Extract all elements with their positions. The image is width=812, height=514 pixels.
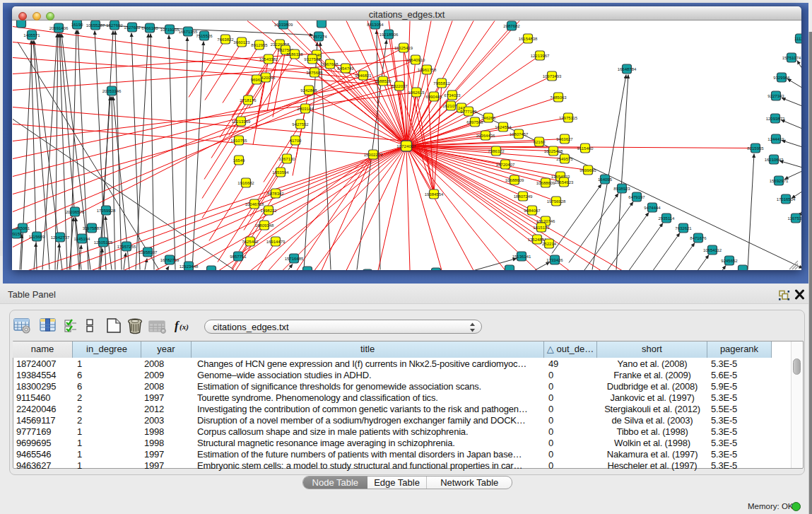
svg-text:1115689: 1115689 — [29, 235, 45, 239]
svg-text:10654112: 10654112 — [703, 248, 722, 252]
svg-text:9327502: 9327502 — [304, 57, 321, 62]
svg-text:1588520: 1588520 — [375, 79, 392, 83]
svg-text:9227343: 9227343 — [767, 94, 784, 98]
svg-text:20206576: 20206576 — [66, 210, 85, 214]
svg-text:7515526: 7515526 — [196, 34, 213, 38]
svg-text:12923448: 12923448 — [180, 264, 199, 269]
svg-text:10807457: 10807457 — [510, 132, 529, 136]
svg-text:9463627: 9463627 — [556, 137, 573, 141]
svg-text:2549575: 2549575 — [556, 157, 573, 161]
svg-text:1362615: 1362615 — [408, 90, 425, 95]
svg-text:16033809: 16033809 — [274, 23, 293, 27]
svg-text:1498222: 1498222 — [260, 209, 277, 213]
svg-text:19384554: 19384554 — [425, 192, 444, 197]
svg-text:7857274: 7857274 — [310, 35, 327, 39]
svg-text:3267130: 3267130 — [278, 157, 295, 161]
svg-text:16549: 16549 — [233, 158, 245, 163]
svg-text:16782759: 16782759 — [160, 258, 180, 262]
svg-text:12213967: 12213967 — [531, 54, 550, 58]
svg-text:6990445: 6990445 — [425, 95, 442, 99]
svg-text:8813054: 8813054 — [367, 23, 384, 27]
svg-text:15692971: 15692971 — [770, 179, 789, 183]
svg-text:7955812: 7955812 — [433, 81, 450, 86]
svg-text:41700: 41700 — [290, 139, 302, 143]
svg-text:17016504: 17016504 — [777, 197, 796, 201]
svg-text:62160: 62160 — [534, 140, 546, 144]
svg-text:9857791: 9857791 — [230, 255, 247, 259]
svg-text:9245652: 9245652 — [721, 259, 738, 263]
svg-text:10688609: 10688609 — [505, 178, 524, 182]
svg-text:15716485: 15716485 — [285, 257, 304, 261]
svg-text:10655287: 10655287 — [86, 23, 105, 28]
svg-text:7386322: 7386322 — [488, 149, 505, 153]
svg-text:2935114: 2935114 — [659, 216, 676, 221]
svg-text:16210643: 16210643 — [765, 158, 784, 162]
svg-text:7632621: 7632621 — [675, 226, 692, 230]
svg-text:9777169: 9777169 — [460, 110, 477, 114]
svg-text:7663822: 7663822 — [217, 37, 234, 42]
svg-text:10046718: 10046718 — [245, 202, 264, 206]
svg-text:6479197: 6479197 — [628, 195, 645, 199]
svg-text:1916682: 1916682 — [237, 181, 254, 185]
svg-text:10958107: 10958107 — [139, 250, 158, 255]
svg-text:2718176: 2718176 — [240, 98, 257, 103]
svg-text:6734023: 6734023 — [444, 93, 461, 98]
svg-text:9699695: 9699695 — [579, 168, 596, 173]
svg-text:8215955: 8215955 — [747, 146, 764, 151]
svg-text:15302273: 15302273 — [364, 153, 383, 157]
svg-text:1733426: 1733426 — [546, 258, 563, 262]
svg-text:16914479: 16914479 — [266, 240, 286, 244]
svg-text:1353594: 1353594 — [272, 170, 289, 175]
svg-text:10688609: 10688609 — [536, 181, 555, 185]
svg-text:164095: 164095 — [598, 177, 613, 182]
svg-text:8322037: 8322037 — [391, 84, 408, 88]
svg-text:1010755: 1010755 — [230, 139, 247, 143]
svg-text:9329966: 9329966 — [773, 76, 790, 80]
svg-text:16640910: 16640910 — [406, 58, 425, 62]
svg-text:12213369: 12213369 — [232, 119, 251, 124]
svg-text:10719155: 10719155 — [160, 28, 180, 32]
svg-text:7625402: 7625402 — [242, 240, 259, 244]
svg-text:1527602: 1527602 — [124, 25, 141, 30]
svg-text:1167533: 1167533 — [788, 216, 801, 221]
svg-text:16154838: 16154838 — [519, 37, 538, 41]
svg-text:20691406: 20691406 — [49, 26, 69, 30]
svg-text:20053346: 20053346 — [102, 89, 122, 93]
svg-text:2967608: 2967608 — [322, 62, 339, 66]
svg-text:9474444: 9474444 — [644, 206, 661, 210]
svg-text:3660123: 3660123 — [233, 40, 250, 45]
svg-text:252214: 252214 — [542, 242, 557, 246]
svg-text:1615132: 1615132 — [533, 226, 550, 230]
svg-text:20364436: 20364436 — [476, 134, 495, 138]
svg-text:8878342: 8878342 — [267, 192, 284, 196]
svg-text:1405571: 1405571 — [23, 33, 40, 37]
svg-text:9115460: 9115460 — [577, 146, 594, 151]
svg-text:1624554: 1624554 — [495, 125, 512, 129]
svg-text:11123: 11123 — [794, 37, 801, 41]
svg-text:2087682: 2087682 — [503, 24, 520, 28]
svg-text:(x): (x) — [180, 322, 189, 332]
svg-text:16671355: 16671355 — [179, 30, 198, 34]
svg-text:746266: 746266 — [481, 116, 496, 120]
svg-text:8471676: 8471676 — [690, 236, 707, 240]
svg-text:9427552: 9427552 — [292, 122, 309, 127]
svg-text:8938923: 8938923 — [613, 187, 630, 191]
svg-text:12942737: 12942737 — [51, 235, 70, 240]
svg-text:19654923: 19654923 — [555, 180, 574, 185]
svg-text:15136141: 15136141 — [512, 255, 531, 259]
svg-text:10961758: 10961758 — [418, 68, 437, 72]
svg-text:15720407: 15720407 — [496, 163, 515, 167]
svg-text:9446821: 9446821 — [355, 74, 372, 78]
svg-text:96961: 96961 — [251, 78, 263, 82]
svg-text:10025438: 10025438 — [544, 149, 563, 153]
svg-text:30975887: 30975887 — [83, 226, 102, 230]
svg-text:18807249: 18807249 — [514, 194, 533, 199]
svg-text:10543382: 10543382 — [259, 57, 278, 62]
svg-text:16809348: 16809348 — [255, 223, 274, 228]
svg-text:3875685: 3875685 — [306, 71, 323, 75]
svg-text:8454749: 8454749 — [337, 66, 354, 71]
svg-text:1244419: 1244419 — [767, 137, 784, 141]
svg-text:8912955: 8912955 — [251, 43, 268, 47]
svg-text:19756928: 19756928 — [547, 199, 566, 204]
svg-text:19218506: 19218506 — [379, 33, 399, 37]
